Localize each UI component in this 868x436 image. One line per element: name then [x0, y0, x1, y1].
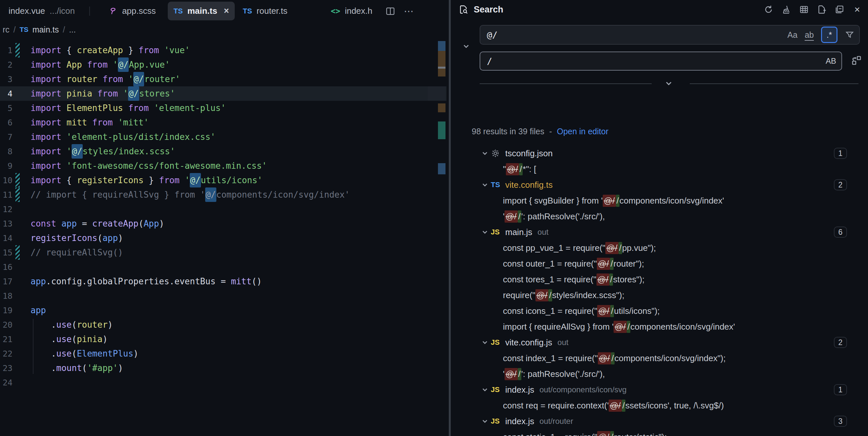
chevron-down-icon[interactable] — [481, 339, 489, 346]
code-token: ElementPlus — [77, 349, 133, 359]
code-token: import — [31, 161, 67, 171]
code-text: app — [31, 305, 46, 315]
result-match-row[interactable]: '@//': pathResolve('./src/'), — [451, 366, 868, 382]
tab-router.ts[interactable]: TSrouter.ts — [237, 2, 293, 20]
tab-index.h[interactable]: <>index.h — [325, 2, 378, 20]
code-line[interactable]: 20 .use(router) — [0, 317, 446, 332]
result-match-row[interactable]: require("@//styles/index.scss"); — [451, 287, 868, 303]
code-line[interactable]: 4import pinia from '@/stores' — [0, 86, 446, 101]
search-input[interactable]: @/ Aa ab .* — [479, 25, 860, 45]
code-line[interactable]: 18 — [0, 288, 446, 303]
result-match-row[interactable]: import { requireAllSvg } from '@//compon… — [451, 319, 868, 335]
result-file-name: tsconfig.json — [505, 148, 553, 159]
code-line[interactable]: 1import { createApp } from 'vue' — [0, 43, 446, 58]
code-line[interactable]: 10import { registerIcons } from '@/utils… — [0, 173, 446, 187]
replace-inserted-text: / — [627, 321, 630, 333]
result-file-row[interactable]: TSvite.config.ts2 — [451, 177, 868, 193]
more-tabs-icon[interactable]: ⋯ — [404, 6, 414, 16]
scrollbar-viewport[interactable] — [428, 86, 445, 101]
code-token: registerIcons — [31, 233, 97, 243]
chevron-down-icon[interactable] — [481, 417, 489, 425]
code-token: const — [31, 219, 61, 228]
table-view-icon[interactable] — [799, 5, 809, 14]
result-match-row[interactable]: const index_1 = require("@//components/i… — [451, 350, 868, 366]
code-line[interactable]: 23 .mount('#app') — [0, 361, 446, 375]
code-line[interactable]: 3import router from '@/router' — [0, 72, 446, 86]
expand-options-icon[interactable] — [664, 79, 673, 88]
breadcrumb-root[interactable]: rc — [3, 25, 9, 34]
tab-main.ts[interactable]: TSmain.ts× — [168, 2, 235, 20]
result-match-row[interactable]: const icons_1 = require("@//utils/icons"… — [451, 303, 868, 319]
toggle-replace-icon[interactable] — [462, 42, 470, 51]
replace-inserted-text: / — [622, 400, 625, 412]
result-file-row[interactable]: tsconfig.json1 — [451, 146, 868, 161]
code-line[interactable]: 19app — [0, 303, 446, 317]
split-editor-icon[interactable] — [385, 6, 395, 16]
preserve-case-toggle[interactable]: AB — [826, 57, 836, 66]
result-match-row[interactable]: import { svgBuilder } from '@//component… — [451, 193, 868, 209]
result-match-row[interactable]: const static_1 = require("@//router/stat… — [451, 429, 868, 436]
chevron-down-icon[interactable] — [481, 181, 489, 189]
breadcrumb-more[interactable]: ... — [69, 25, 76, 34]
regex-toggle[interactable]: .* — [821, 27, 837, 43]
chevron-down-icon[interactable] — [481, 228, 489, 236]
whole-words-toggle[interactable]: ab — [805, 30, 814, 40]
chevron-down-icon[interactable] — [481, 386, 489, 394]
close-panel-icon[interactable]: × — [852, 5, 862, 14]
result-match-row[interactable]: const tores_1 = require("@//stores"); — [451, 272, 868, 287]
code-line[interactable]: 22 .use(ElementPlus) — [0, 346, 446, 361]
search-query[interactable]: @/ — [487, 30, 787, 40]
gutter-spacer — [16, 202, 20, 216]
code-line[interactable]: 16 — [0, 260, 446, 274]
code-line[interactable]: 14registerIcons(app) — [0, 231, 446, 245]
code-line[interactable]: 24 — [0, 375, 446, 390]
result-match-row[interactable]: const outer_1 = require("@//router"); — [451, 256, 868, 272]
open-in-editor-link[interactable]: Open in editor — [557, 127, 608, 136]
code-line[interactable]: 15// requireAllSvg() — [0, 245, 446, 260]
breadcrumb-file[interactable]: main.ts — [32, 25, 59, 34]
result-match-row[interactable]: const req = require.context('@//ssets/ic… — [451, 398, 868, 413]
code-token: registerIcons — [77, 175, 144, 185]
result-file-row[interactable]: JSvite.config.jsout2 — [451, 335, 868, 350]
result-match-row[interactable]: '@//': pathResolve('./src/'), — [451, 209, 868, 224]
code-line[interactable]: 9import 'font-awesome/css/font-awesome.m… — [0, 159, 446, 173]
code-line[interactable]: 7import 'element-plus/dist/index.css' — [0, 130, 446, 144]
match-case-toggle[interactable]: Aa — [787, 30, 798, 40]
code-line[interactable]: 11// import { requireAllSvg } from '@/co… — [0, 187, 446, 202]
chevron-down-icon[interactable] — [481, 149, 489, 157]
code-line[interactable]: 6import mitt from 'mitt' — [0, 115, 446, 130]
match-count-badge: 1 — [834, 384, 847, 395]
result-file-name: index.js — [505, 416, 534, 427]
result-file-row[interactable]: JSmain.jsout6 — [451, 224, 868, 240]
collapse-all-icon[interactable] — [835, 5, 844, 14]
filter-icon[interactable] — [845, 30, 855, 40]
code-line[interactable]: 13const app = createApp(App) — [0, 216, 446, 231]
code-line[interactable]: 8import '@/styles/index.scss' — [0, 144, 446, 159]
code-token: createApp — [77, 45, 123, 55]
code-line[interactable]: 17app.config.globalProperties.eventBus =… — [0, 274, 446, 288]
close-tab-icon[interactable]: × — [224, 6, 229, 16]
new-search-tab-icon[interactable] — [817, 5, 827, 14]
replace-input[interactable]: / AB — [479, 52, 842, 70]
search-panel: Search × @/ — [451, 0, 868, 436]
tab-index.vue[interactable]: index.vue.../icon — [3, 2, 81, 20]
code-line[interactable]: 2import App from '@/App.vue' — [0, 58, 446, 72]
code-line[interactable]: 12 — [0, 202, 446, 216]
code-token: app — [31, 305, 46, 315]
result-file-row[interactable]: JSindex.jsout/components/icon/svg1 — [451, 382, 868, 398]
clear-results-icon[interactable] — [781, 5, 791, 14]
code-token: use — [56, 320, 71, 330]
replace-value[interactable]: / — [487, 56, 826, 66]
refresh-icon[interactable] — [764, 5, 773, 14]
match-post-text: pp.vue"); — [622, 243, 656, 253]
tab-app.scss[interactable]: app.scss — [103, 2, 162, 20]
result-match-row[interactable]: const pp_vue_1 = require("@//pp.vue"); — [451, 240, 868, 256]
replace-inserted-text: / — [611, 352, 615, 365]
code-editor[interactable]: 1import { createApp } from 'vue'2import … — [0, 43, 446, 390]
code-line[interactable]: 5import ElementPlus from 'element-plus' — [0, 101, 446, 115]
result-match-row[interactable]: "@//*": [ — [451, 161, 868, 177]
replace-all-icon[interactable] — [850, 55, 862, 66]
result-file-row[interactable]: JSindex.jsout/router3 — [451, 413, 868, 429]
line-number: 6 — [0, 118, 12, 127]
code-line[interactable]: 21 .use(pinia) — [0, 332, 446, 346]
